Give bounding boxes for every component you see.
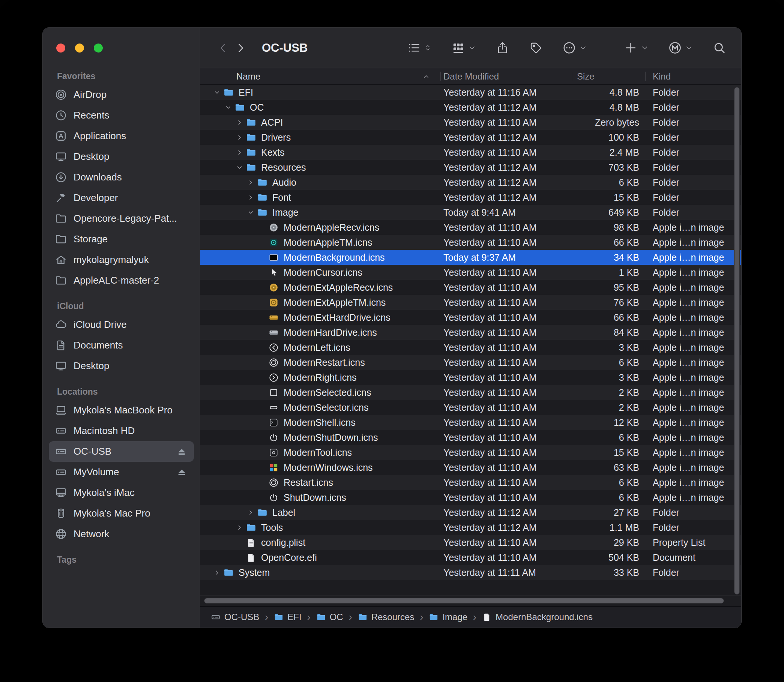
- row-drivers[interactable]: DriversYesterday at 11:12 AM100 KBFolder: [200, 130, 741, 145]
- row-acpi[interactable]: ACPIYesterday at 11:10 AMZero bytesFolde…: [200, 115, 741, 130]
- minimize-button[interactable]: [75, 43, 84, 53]
- path-item-oc-usb[interactable]: OC-USB: [211, 612, 259, 622]
- disclosure-closed-icon[interactable]: [245, 177, 256, 188]
- search-button[interactable]: [712, 41, 726, 55]
- share-button[interactable]: [496, 41, 510, 55]
- disclosure-closed-icon[interactable]: [234, 117, 245, 127]
- path-item-resources[interactable]: Resources: [358, 612, 414, 622]
- zoom-button[interactable]: [94, 43, 103, 53]
- sidebar-item-mykolagrymalyuk[interactable]: mykolagrymalyuk: [49, 249, 194, 270]
- back-button[interactable]: [215, 39, 232, 57]
- vertical-scrollbar[interactable]: [734, 87, 740, 594]
- disclosure-open-icon[interactable]: [234, 162, 245, 172]
- row-opencore-efi[interactable]: OpenCore.efiYesterday at 11:10 AM504 KBD…: [200, 550, 741, 565]
- row-image[interactable]: ImageToday at 9:41 AM649 KBFolder: [200, 205, 741, 220]
- sidebar-item-applications[interactable]: Applications: [49, 126, 194, 146]
- row-modernharddrive-icns[interactable]: ModernHardDrive.icnsYesterday at 11:10 A…: [200, 325, 741, 340]
- sidebar-item-desktop[interactable]: Desktop: [49, 146, 194, 167]
- power-icon: [268, 492, 279, 503]
- row-resources[interactable]: ResourcesYesterday at 11:12 AM703 KBFold…: [200, 160, 741, 175]
- disclosure-spacer: [257, 372, 267, 382]
- folder-icon: [274, 612, 284, 622]
- view-options-button[interactable]: [407, 41, 432, 55]
- row-shutdown-icns[interactable]: ShutDown.icnsYesterday at 11:10 AM6 KBAp…: [200, 490, 741, 505]
- row-modernrestart-icns[interactable]: ModernRestart.icnsYesterday at 11:10 AM6…: [200, 355, 741, 370]
- row-modernshutdown-icns[interactable]: ModernShutDown.icnsYesterday at 11:10 AM…: [200, 430, 741, 445]
- row-efi[interactable]: EFIYesterday at 11:16 AM4.8 MBFolder: [200, 85, 741, 100]
- eject-icon[interactable]: [175, 445, 188, 458]
- disclosure-closed-icon[interactable]: [212, 567, 222, 578]
- path-item-efi[interactable]: EFI: [274, 612, 301, 622]
- horizontal-scrollbar-thumb[interactable]: [204, 598, 724, 604]
- folder-icon: [257, 192, 268, 203]
- sidebar-item-icloud-drive[interactable]: iCloud Drive: [49, 314, 194, 335]
- disclosure-closed-icon[interactable]: [245, 507, 256, 518]
- row-moderncursor-icns[interactable]: ModernCursor.icnsYesterday at 11:10 AM1 …: [200, 265, 741, 280]
- vertical-scrollbar-thumb[interactable]: [734, 87, 740, 594]
- row-label[interactable]: LabelYesterday at 11:12 AM27 KBFolder: [200, 505, 741, 520]
- row-tools[interactable]: ToolsYesterday at 11:12 AM1.1 MBFolder: [200, 520, 741, 535]
- row-modernselected-icns[interactable]: ModernSelected.icnsYesterday at 11:10 AM…: [200, 385, 741, 400]
- sidebar-item-airdrop[interactable]: AirDrop: [49, 84, 194, 105]
- row-modernappletm-icns[interactable]: ModernAppleTM.icnsYesterday at 11:10 AM6…: [200, 235, 741, 250]
- file-kind: Folder: [645, 117, 741, 128]
- sidebar-item-mykola-s-mac-pro[interactable]: Mykola’s Mac Pro: [49, 503, 194, 524]
- row-font[interactable]: FontYesterday at 11:12 AM15 KBFolder: [200, 190, 741, 205]
- sidebar-item-mykola-s-macbook-pro[interactable]: Mykola’s MacBook Pro: [49, 400, 194, 421]
- disclosure-closed-icon[interactable]: [234, 522, 245, 533]
- column-header-kind[interactable]: Kind: [645, 68, 741, 84]
- path-separator: ›: [420, 612, 423, 622]
- row-modernright-icns[interactable]: ModernRight.icnsYesterday at 11:10 AM3 K…: [200, 370, 741, 385]
- disclosure-closed-icon[interactable]: [234, 132, 245, 143]
- row-oc[interactable]: OCYesterday at 11:12 AM4.8 MBFolder: [200, 100, 741, 115]
- row-modernapplerecv-icns[interactable]: ModernAppleRecv.icnsYesterday at 11:10 A…: [200, 220, 741, 235]
- account-badge-button[interactable]: [668, 41, 693, 55]
- sidebar-item-oc-usb[interactable]: OC-USB: [49, 441, 194, 462]
- path-item-oc[interactable]: OC: [316, 612, 343, 622]
- disclosure-open-icon[interactable]: [212, 87, 222, 97]
- eject-icon[interactable]: [175, 466, 188, 478]
- column-header-size[interactable]: Size: [572, 68, 645, 84]
- disclosure-closed-icon[interactable]: [245, 192, 256, 202]
- disclosure-closed-icon[interactable]: [234, 147, 245, 158]
- row-modernextharddrive-icns[interactable]: ModernExtHardDrive.icnsYesterday at 11:1…: [200, 310, 741, 325]
- row-modernshell-icns[interactable]: ModernShell.icnsYesterday at 11:10 AM12 …: [200, 415, 741, 430]
- sidebar-item-recents[interactable]: Recents: [49, 105, 194, 126]
- sidebar-item-downloads[interactable]: Downloads: [49, 167, 194, 188]
- row-config-plist[interactable]: config.plistYesterday at 11:10 AM29 KBPr…: [200, 535, 741, 550]
- path-item-modernbackground-icns[interactable]: ModernBackground.icns: [482, 612, 593, 622]
- path-item-image[interactable]: Image: [429, 612, 467, 622]
- sidebar-item-desktop[interactable]: Desktop: [49, 355, 194, 376]
- row-modernextapplerecv-icns[interactable]: ModernExtAppleRecv.icnsYesterday at 11:1…: [200, 280, 741, 295]
- actions-button[interactable]: [562, 41, 587, 55]
- horizontal-scrollbar[interactable]: [200, 596, 741, 606]
- forward-button[interactable]: [232, 39, 249, 57]
- column-header-name[interactable]: Name: [200, 68, 440, 84]
- row-audio[interactable]: AudioYesterday at 11:12 AM6 KBFolder: [200, 175, 741, 190]
- sidebar-item-applealc-master-2[interactable]: AppleALC-master-2: [49, 270, 194, 291]
- row-system[interactable]: SystemYesterday at 11:11 AM33 KBFolder: [200, 565, 741, 580]
- sidebar-item-myvolume[interactable]: MyVolume: [49, 462, 194, 483]
- row-modernextappletm-icns[interactable]: ModernExtAppleTM.icnsYesterday at 11:10 …: [200, 295, 741, 310]
- tags-button[interactable]: [529, 41, 543, 55]
- row-restart-icns[interactable]: Restart.icnsYesterday at 11:10 AM6 KBApp…: [200, 475, 741, 490]
- row-modernselector-icns[interactable]: ModernSelector.icnsYesterday at 11:10 AM…: [200, 400, 741, 415]
- sidebar-item-mykola-s-imac[interactable]: Mykola’s iMac: [49, 483, 194, 503]
- sidebar-item-opencore-legacy-pat[interactable]: Opencore-Legacy-Pat...: [49, 208, 194, 229]
- column-header-date-modified[interactable]: Date Modified: [440, 68, 572, 84]
- group-by-button[interactable]: [451, 41, 476, 55]
- sidebar-item-macintosh-hd[interactable]: Macintosh HD: [49, 421, 194, 441]
- close-button[interactable]: [56, 43, 65, 53]
- sidebar-item-documents[interactable]: Documents: [49, 335, 194, 355]
- sidebar-item-network[interactable]: Network: [49, 524, 194, 544]
- row-kexts[interactable]: KextsYesterday at 11:10 AM2.4 MBFolder: [200, 145, 741, 160]
- sidebar-item-developer[interactable]: Developer: [49, 188, 194, 208]
- row-modernbackground-icns[interactable]: ModernBackground.icnsToday at 9:37 AM34 …: [200, 250, 741, 265]
- disclosure-open-icon[interactable]: [245, 207, 256, 218]
- row-modernleft-icns[interactable]: ModernLeft.icnsYesterday at 11:10 AM3 KB…: [200, 340, 741, 355]
- new-item-button[interactable]: [624, 41, 649, 55]
- row-moderntool-icns[interactable]: ModernTool.icnsYesterday at 11:10 AM15 K…: [200, 445, 741, 460]
- disclosure-open-icon[interactable]: [223, 102, 233, 113]
- row-modernwindows-icns[interactable]: ModernWindows.icnsYesterday at 11:10 AM6…: [200, 460, 741, 475]
- sidebar-item-storage[interactable]: Storage: [49, 229, 194, 249]
